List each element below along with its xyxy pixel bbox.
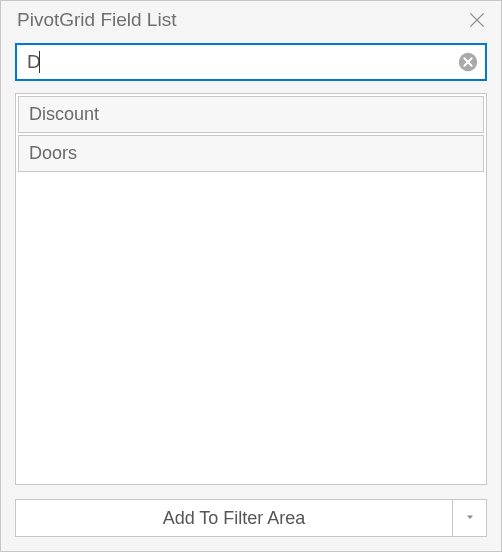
add-to-filter-area-button[interactable]: Add To Filter Area	[15, 499, 453, 537]
close-icon[interactable]	[467, 10, 487, 30]
list-item-label: Discount	[29, 104, 99, 124]
search-row	[1, 33, 501, 93]
footer-row: Add To Filter Area	[1, 499, 501, 551]
list-item[interactable]: Doors	[18, 135, 484, 172]
search-input[interactable]	[15, 43, 487, 81]
list-item[interactable]: Discount	[18, 96, 484, 133]
add-dropdown-button[interactable]	[453, 499, 487, 537]
chevron-down-icon	[464, 511, 476, 526]
search-wrap	[15, 43, 487, 81]
panel-title: PivotGrid Field List	[17, 9, 176, 31]
list-item-label: Doors	[29, 143, 77, 163]
panel-header: PivotGrid Field List	[1, 1, 501, 33]
field-list: Discount Doors	[15, 93, 487, 485]
svg-marker-5	[467, 515, 473, 519]
clear-search-icon[interactable]	[457, 51, 479, 73]
pivotgrid-field-list-panel: PivotGrid Field List Discount	[0, 0, 502, 552]
add-button-label: Add To Filter Area	[163, 508, 306, 529]
